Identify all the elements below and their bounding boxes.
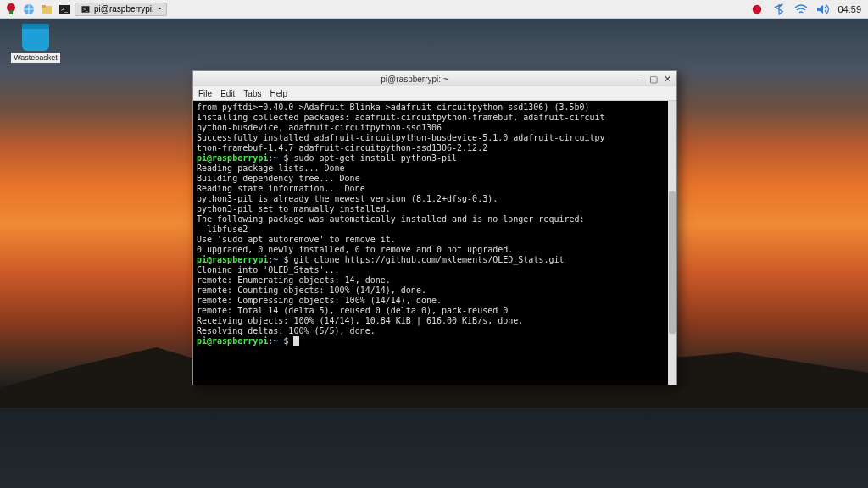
term-line: libfuse2 <box>197 225 673 235</box>
menu-help[interactable]: Help <box>270 89 287 98</box>
menu-bar: File Edit Tabs Help <box>193 86 676 101</box>
term-line: Receiving objects: 100% (14/14), 10.84 K… <box>197 316 673 326</box>
svg-point-9 <box>753 4 762 14</box>
terminal-window: pi@raspberrypi: ~ – ▢ ✕ File Edit Tabs H… <box>192 70 677 385</box>
term-line: python-busdevice, adafruit-circuitpython… <box>197 123 673 133</box>
term-line: remote: Counting objects: 100% (14/14), … <box>197 286 673 296</box>
term-line: Use 'sudo apt autoremove' to remove it. <box>197 235 673 245</box>
svg-text:>_: >_ <box>83 6 88 11</box>
taskbar: >_ >_ pi@raspberrypi: ~ 04:59 <box>0 0 868 19</box>
file-manager-icon[interactable] <box>39 2 54 17</box>
cursor <box>293 336 299 346</box>
svg-text:>_: >_ <box>61 6 68 13</box>
wallpaper-water <box>0 408 868 488</box>
term-line: Reading package lists... Done <box>197 164 673 174</box>
bluetooth-icon[interactable] <box>771 2 787 17</box>
clock[interactable]: 04:59 <box>837 4 865 14</box>
svg-rect-4 <box>42 5 46 8</box>
term-line: Installing collected packages: adafruit-… <box>197 113 673 123</box>
svg-rect-1 <box>9 10 13 14</box>
wifi-icon[interactable] <box>793 2 809 17</box>
term-line: from pyftdi>=0.40.0->Adafruit-Blinka->ad… <box>197 103 673 113</box>
svg-marker-10 <box>817 5 823 14</box>
term-line: Building dependency tree... Done <box>197 174 673 184</box>
maximize-button[interactable]: ▢ <box>648 73 659 85</box>
term-line: remote: Total 14 (delta 5), reused 0 (de… <box>197 306 673 316</box>
terminal-body[interactable]: from pyftdi>=0.40.0->Adafruit-Blinka->ad… <box>193 101 676 385</box>
volume-icon[interactable] <box>815 2 831 17</box>
menu-file[interactable]: File <box>198 89 212 98</box>
trash-icon <box>22 24 49 51</box>
desktop-icon-wastebasket[interactable]: Wastebasket <box>10 24 61 63</box>
app-menu-icon[interactable] <box>3 2 19 17</box>
term-line: python3-pil set to manually installed. <box>197 204 673 214</box>
browser-icon[interactable] <box>21 2 36 17</box>
minimize-button[interactable]: – <box>634 73 646 85</box>
term-line: Cloning into 'OLED_Stats'... <box>197 265 673 275</box>
term-line: The following package was automatically … <box>197 214 673 225</box>
desktop-icon-label: Wastebasket <box>11 53 60 63</box>
scrollbar-thumb[interactable] <box>669 191 676 334</box>
titlebar[interactable]: pi@raspberrypi: ~ – ▢ ✕ <box>193 71 676 86</box>
taskbar-task-terminal[interactable]: >_ pi@raspberrypi: ~ <box>75 3 167 16</box>
close-button[interactable]: ✕ <box>661 73 673 85</box>
menu-edit[interactable]: Edit <box>220 89 235 98</box>
terminal-launch-icon[interactable]: >_ <box>57 2 72 17</box>
terminal-scrollbar[interactable] <box>668 101 676 385</box>
term-line: python3-pil is already the newest versio… <box>197 194 673 204</box>
term-line: remote: Enumerating objects: 14, done. <box>197 275 673 286</box>
term-prompt-line: pi@raspberrypi:~ $ <box>197 336 673 347</box>
term-line: Reading state information... Done <box>197 184 673 194</box>
record-icon[interactable] <box>749 2 765 17</box>
term-line: Successfully installed adafruit-circuitp… <box>197 133 673 143</box>
taskbar-task-label: pi@raspberrypi: ~ <box>94 4 161 14</box>
term-line: remote: Compressing objects: 100% (14/14… <box>197 296 673 306</box>
term-line: thon-framebuf-1.4.7 adafruit-circuitpyth… <box>197 143 673 153</box>
term-line: Resolving deltas: 100% (5/5), done. <box>197 326 673 336</box>
term-line: 0 upgraded, 0 newly installed, 0 to remo… <box>197 245 673 255</box>
menu-tabs[interactable]: Tabs <box>243 89 261 98</box>
term-prompt-line: pi@raspberrypi:~ $ git clone https://git… <box>197 255 673 265</box>
term-prompt-line: pi@raspberrypi:~ $ sudo apt-get install … <box>197 153 673 164</box>
window-title: pi@raspberrypi: ~ <box>197 75 632 84</box>
